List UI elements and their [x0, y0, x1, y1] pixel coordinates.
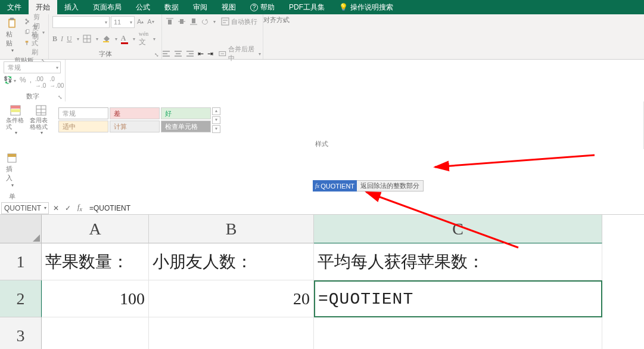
increase-font-button[interactable]: A▴: [136, 16, 145, 27]
decrease-decimal-button[interactable]: .0→.00: [49, 76, 64, 89]
col-header-C[interactable]: C: [314, 215, 602, 243]
style-normal[interactable]: 常规: [58, 107, 108, 119]
font-size-select[interactable]: 11▾: [111, 16, 135, 28]
col-header-A[interactable]: A: [42, 215, 149, 243]
styles-more-up[interactable]: ▴: [212, 107, 220, 115]
align-center-button[interactable]: [174, 50, 182, 58]
comma-format-button[interactable]: ,: [30, 76, 32, 89]
accounting-format-button[interactable]: 💱▾: [4, 76, 16, 89]
number-format-select[interactable]: 常规▾: [4, 61, 61, 73]
align-launcher[interactable]: ⤡: [282, 18, 287, 24]
svg-rect-12: [103, 41, 109, 42]
style-bad[interactable]: 差: [110, 107, 160, 119]
merge-center-button[interactable]: 合并后居中▾: [217, 48, 263, 59]
insert-function-button[interactable]: fx: [74, 202, 86, 214]
tab-file[interactable]: 文件: [0, 0, 29, 14]
group-label-styles: 样式: [315, 140, 328, 149]
align-top-icon: [166, 17, 174, 26]
align-left-icon: [162, 50, 170, 58]
format-painter-button[interactable]: 格式刷: [23, 38, 46, 48]
tab-insert[interactable]: 插入: [57, 0, 86, 14]
align-bottom-button[interactable]: [189, 17, 198, 26]
cell-B2[interactable]: 20: [149, 280, 314, 317]
styles-more-button[interactable]: ▾: [212, 125, 220, 133]
svg-rect-7: [26, 41, 29, 43]
style-check[interactable]: 检查单元格: [161, 121, 211, 132]
cell-A2[interactable]: 100: [42, 280, 149, 317]
conditional-formatting-button[interactable]: 条件格式▾: [4, 103, 27, 137]
align-right-icon: [186, 50, 194, 58]
style-neutral[interactable]: 适中: [58, 121, 108, 132]
tab-view[interactable]: 视图: [214, 0, 243, 14]
cell-C3[interactable]: [314, 317, 602, 349]
clipboard-icon: [6, 17, 18, 29]
border-icon: [83, 35, 91, 43]
group-label-font: 字体: [99, 50, 112, 58]
fill-color-button[interactable]: [102, 35, 110, 43]
cell-A1[interactable]: 苹果数量：: [42, 243, 149, 280]
col-header-B[interactable]: B: [149, 215, 314, 243]
decrease-indent-button[interactable]: ⇤: [198, 50, 204, 58]
cell-C1[interactable]: 平均每人获得苹果数：: [314, 243, 602, 280]
phonetic-guide-button[interactable]: wén文: [139, 30, 149, 47]
format-as-table-button[interactable]: 套用表格格式▾: [27, 103, 55, 137]
border-button[interactable]: [83, 35, 91, 43]
svg-rect-18: [192, 18, 195, 23]
paste-button[interactable]: 粘贴▾: [4, 16, 20, 54]
tab-pdf-tools[interactable]: PDF工具集: [282, 0, 332, 14]
paint-bucket-icon: [102, 35, 110, 43]
tab-help[interactable]: ?帮助: [243, 0, 282, 14]
group-label-number: 数字: [26, 92, 39, 101]
row-header-1[interactable]: 1: [0, 243, 42, 280]
svg-rect-8: [26, 42, 27, 45]
scissors-icon: [24, 17, 32, 26]
cell-B3[interactable]: [149, 317, 314, 349]
tab-formulas[interactable]: 公式: [129, 0, 157, 14]
align-center-icon: [174, 50, 182, 58]
tab-data[interactable]: 数据: [157, 0, 186, 14]
name-box[interactable]: QUOTIENT▾: [1, 202, 49, 214]
insert-cells-button[interactable]: 插入▾: [4, 151, 20, 189]
wrap-icon: [221, 17, 229, 26]
cancel-formula-button[interactable]: ✕: [50, 202, 62, 214]
tab-tell-me[interactable]: 💡操作说明搜索: [332, 0, 400, 14]
font-launcher[interactable]: ⤡: [154, 52, 159, 58]
formula-input[interactable]: =QUOTIENT: [86, 204, 644, 212]
enter-formula-button[interactable]: ✓: [62, 202, 74, 214]
align-left-button[interactable]: [162, 50, 170, 58]
font-color-button[interactable]: A: [121, 34, 128, 44]
increase-decimal-button[interactable]: .00→.0: [35, 76, 46, 89]
align-right-button[interactable]: [186, 50, 194, 58]
tab-page-layout[interactable]: 页面布局: [86, 0, 129, 14]
paintbrush-icon: [24, 39, 30, 47]
formula-autocomplete[interactable]: fxQUOTIENT 返回除法的整数部分: [313, 180, 424, 192]
insert-cells-icon: [6, 152, 18, 164]
style-calc[interactable]: 计算: [110, 121, 160, 132]
svg-rect-22: [11, 106, 20, 109]
cell-A3[interactable]: [42, 317, 149, 349]
wrap-text-button[interactable]: 自动换行: [219, 16, 259, 27]
align-middle-button[interactable]: [178, 17, 186, 26]
table-icon: [35, 104, 47, 116]
row-header-3[interactable]: 3: [0, 317, 42, 349]
row-header-2[interactable]: 2: [0, 280, 42, 317]
font-name-select[interactable]: ▾: [52, 16, 110, 28]
cell-B1[interactable]: 小朋友人数：: [149, 243, 314, 280]
cell-C2[interactable]: =QUOTIENT: [314, 280, 602, 317]
styles-more-down[interactable]: ▾: [212, 116, 220, 124]
number-launcher[interactable]: ⤡: [58, 94, 63, 100]
decrease-font-button[interactable]: A▾: [146, 16, 155, 27]
italic-button[interactable]: I: [61, 35, 63, 44]
percent-format-button[interactable]: %: [20, 76, 26, 89]
style-good[interactable]: 好: [161, 107, 211, 119]
align-top-button[interactable]: [166, 17, 174, 26]
orientation-button[interactable]: ⭯: [201, 17, 209, 26]
select-all-corner[interactable]: [0, 215, 42, 243]
bold-button[interactable]: B: [52, 35, 57, 44]
spreadsheet-grid: A B C 1 2 3 4 5 6 7 苹果数量： 小朋友人数： 平均每人获得苹…: [0, 215, 644, 349]
underline-button[interactable]: U: [67, 35, 72, 44]
align-middle-icon: [178, 17, 186, 26]
svg-rect-19: [222, 18, 229, 25]
tab-review[interactable]: 审阅: [186, 0, 214, 14]
increase-indent-button[interactable]: ⇥: [207, 50, 213, 58]
